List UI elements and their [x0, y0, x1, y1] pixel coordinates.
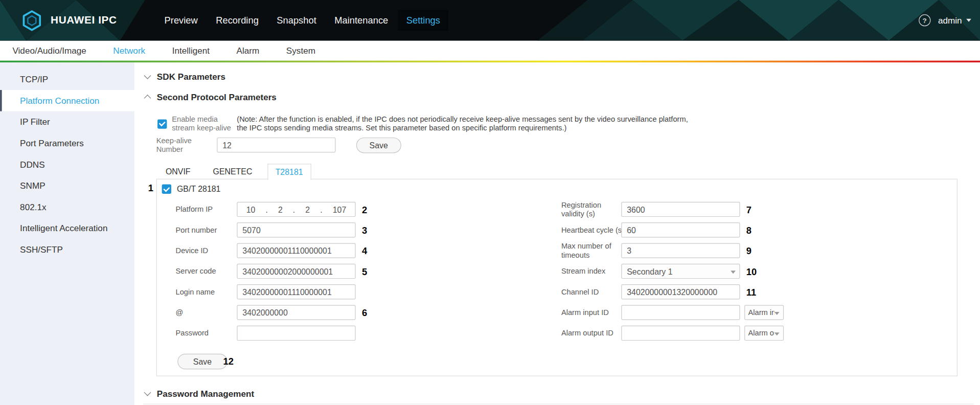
- annotation-12: 12: [223, 355, 233, 366]
- section-title: SDK Parameters: [157, 72, 225, 82]
- field-label: Heartbeat cycle (s): [561, 226, 621, 234]
- field-device-id: Device ID 4: [176, 243, 368, 258]
- enable-media-stream-keepalive-checkbox[interactable]: [157, 119, 167, 128]
- help-icon[interactable]: ?: [919, 14, 930, 26]
- sidebar: TCP/IP Platform Connection IP Filter Por…: [0, 62, 134, 405]
- channel-id-input[interactable]: [621, 284, 740, 299]
- keepalive-checkbox-label: Enable media stream keep-alive: [172, 115, 233, 132]
- field-label: Device ID: [176, 246, 237, 255]
- annotation-11: 11: [746, 286, 756, 297]
- alarm-input-select[interactable]: Alarm inp: [744, 305, 784, 320]
- sidebar-item-tcpip[interactable]: TCP/IP: [0, 69, 134, 90]
- brand-name: HUAWEI IPC: [51, 14, 117, 26]
- sidebar-item-ip-filter[interactable]: IP Filter: [0, 111, 134, 133]
- field-label: Max number oftimeouts: [561, 242, 621, 259]
- t28181-save-button[interactable]: Save: [177, 354, 227, 370]
- chevron-down-icon: [966, 19, 971, 22]
- chevron-up-icon: [144, 95, 151, 102]
- content-area: SDK Parameters Second Protocol Parameter…: [134, 62, 980, 405]
- annotation-7: 7: [746, 204, 751, 215]
- nav-preview[interactable]: Preview: [165, 15, 198, 26]
- field-label: Alarm output ID: [561, 329, 621, 338]
- sidebar-item-ddns[interactable]: DDNS: [0, 154, 134, 175]
- port-number-input[interactable]: [237, 222, 355, 237]
- nav-maintenance[interactable]: Maintenance: [334, 15, 388, 26]
- annotation-10: 10: [746, 266, 757, 277]
- keepalive-number-input[interactable]: [217, 138, 335, 152]
- sidebar-item-snmp[interactable]: SNMP: [0, 175, 134, 196]
- device-id-input[interactable]: [237, 243, 355, 258]
- nav-recording[interactable]: Recording: [216, 15, 259, 26]
- tab-genetec[interactable]: GENETEC: [206, 164, 260, 179]
- chevron-down-icon: [774, 312, 780, 315]
- at-number-input[interactable]: [237, 305, 355, 320]
- user-menu[interactable]: admin: [938, 15, 971, 26]
- t28181-panel: GB/T 28181 Platform IP 10.2.2.107 2 Port…: [156, 179, 958, 376]
- tab-onvif[interactable]: ONVIF: [158, 164, 198, 179]
- keepalive-number-label: Keep-alive Number: [156, 136, 201, 153]
- server-code-input[interactable]: [237, 264, 355, 279]
- tab-network[interactable]: Network: [113, 46, 145, 56]
- field-password: Password: [176, 326, 368, 341]
- gbt28181-label: GB/T 28181: [177, 185, 220, 194]
- chevron-down-icon: [144, 72, 151, 79]
- tab-system[interactable]: System: [286, 46, 315, 56]
- field-stream-index: Stream index Secondary 1 10: [561, 264, 784, 279]
- stream-index-select[interactable]: Secondary 1: [621, 264, 740, 279]
- t28181-right-column: Registrationvalidity (s) 7 Heartbeat cyc…: [561, 202, 784, 346]
- gbt28181-checkbox[interactable]: [162, 185, 171, 194]
- alarm-input-id-input[interactable]: [621, 305, 740, 320]
- sidebar-item-port-parameters[interactable]: Port Parameters: [0, 132, 134, 154]
- keepalive-save-button[interactable]: Save: [356, 137, 401, 153]
- field-alarm-input-id: Alarm input ID Alarm inp: [561, 305, 784, 320]
- annotation-9: 9: [746, 245, 751, 256]
- platform-ip-input[interactable]: 10.2.2.107: [237, 202, 355, 217]
- field-heartbeat-cycle: Heartbeat cycle (s) 8: [561, 222, 784, 237]
- app-window: HUAWEI IPC Preview Recording Snapshot Ma…: [0, 0, 980, 405]
- section-second-protocol-parameters[interactable]: Second Protocol Parameters: [145, 92, 277, 102]
- alarm-output-id-input[interactable]: [621, 326, 740, 341]
- tab-intelligent[interactable]: Intelligent: [172, 46, 210, 56]
- field-label: Channel ID: [561, 287, 621, 296]
- section-divider: [143, 404, 974, 404]
- alarm-output-select[interactable]: Alarm ou: [744, 326, 784, 341]
- sidebar-item-ssh-sftp[interactable]: SSH/SFTP: [0, 239, 134, 260]
- section-password-management[interactable]: Password Management: [145, 389, 254, 399]
- section-title: Password Management: [157, 389, 254, 399]
- field-login-name: Login name: [176, 284, 368, 299]
- field-max-timeouts: Max number oftimeouts 9: [561, 243, 784, 258]
- annotation-5: 5: [362, 266, 367, 277]
- topbar-nav: Preview Recording Snapshot Maintenance S…: [165, 0, 440, 40]
- annotation-8: 8: [746, 224, 751, 235]
- tab-alarm[interactable]: Alarm: [237, 46, 260, 56]
- nav-settings[interactable]: Settings: [398, 10, 448, 31]
- max-timeouts-input[interactable]: [621, 243, 740, 258]
- topbar: HUAWEI IPC Preview Recording Snapshot Ma…: [0, 0, 980, 40]
- sidebar-item-intelligent-acceleration[interactable]: Intelligent Acceleration: [0, 217, 134, 239]
- keepalive-note: (Note: After the function is enabled, if…: [237, 115, 688, 132]
- chevron-down-icon: [731, 271, 736, 274]
- annotation-4: 4: [362, 245, 367, 256]
- user-name: admin: [938, 15, 962, 26]
- field-label: Stream index: [561, 267, 621, 276]
- password-input[interactable]: [237, 326, 355, 341]
- chevron-down-icon: [144, 389, 151, 396]
- keepalive-row: Enable media stream keep-alive (Note: Af…: [157, 115, 688, 132]
- annotation-1: 1: [148, 183, 153, 193]
- field-port-number: Port number 3: [176, 222, 368, 237]
- tab-t28181[interactable]: T28181: [267, 164, 311, 180]
- tab-video-audio-image[interactable]: Video/Audio/Image: [12, 46, 86, 56]
- sidebar-item-platform-connection[interactable]: Platform Connection: [0, 90, 134, 111]
- login-name-input[interactable]: [237, 284, 355, 299]
- brand: HUAWEI IPC: [21, 0, 117, 40]
- nav-snapshot[interactable]: Snapshot: [277, 15, 316, 26]
- registration-validity-input[interactable]: [621, 202, 740, 217]
- annotation-6: 6: [362, 307, 367, 318]
- field-at-number: @ 6: [176, 305, 368, 320]
- heartbeat-cycle-input[interactable]: [621, 222, 740, 237]
- field-alarm-output-id: Alarm output ID Alarm ou: [561, 326, 784, 341]
- section-sdk-parameters[interactable]: SDK Parameters: [145, 72, 225, 82]
- chevron-down-icon: [774, 332, 780, 335]
- t28181-left-column: Platform IP 10.2.2.107 2 Port number 3 D…: [176, 202, 368, 346]
- sidebar-item-8021x[interactable]: 802.1x: [0, 196, 134, 218]
